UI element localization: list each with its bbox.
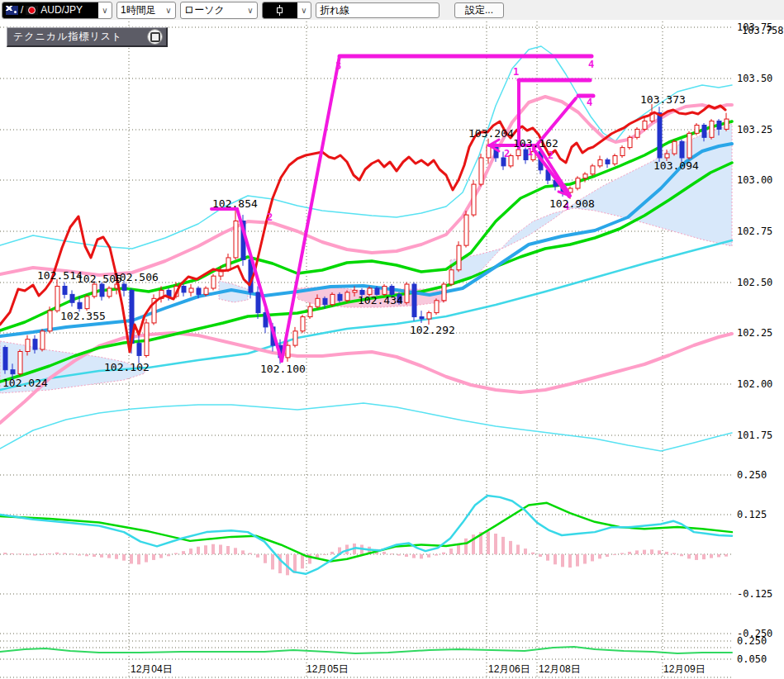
svg-text:0.250: 0.250 [737, 469, 767, 481]
technical-indicator-list-panel[interactable]: テクニカル指標リスト [7, 27, 168, 47]
svg-text:101.75: 101.75 [737, 430, 772, 441]
svg-text:103.00: 103.00 [737, 174, 772, 186]
svg-text:102.25: 102.25 [737, 327, 772, 339]
chart-canvas[interactable]: 234142124102.024102.514102.505102.506102… [0, 0, 784, 679]
restore-window-icon[interactable] [147, 29, 163, 45]
svg-text:0.050: 0.050 [737, 653, 767, 665]
session-high-label: 103.758 [742, 25, 784, 36]
svg-text:102.00: 102.00 [737, 378, 772, 390]
svg-text:0.250: 0.250 [737, 635, 767, 647]
svg-text:103.25: 103.25 [737, 124, 772, 135]
svg-text:102.50: 102.50 [737, 277, 772, 288]
svg-text:0.125: 0.125 [737, 509, 767, 520]
svg-text:102.75: 102.75 [737, 226, 772, 237]
svg-text:-0.125: -0.125 [737, 588, 772, 600]
trading-app-window: / AUD/JPY ∨ 1時間足 ∨ ローソク ∨ ∨ 設定... [0, 0, 784, 679]
indicator-panel-title: テクニカル指標リスト [13, 30, 122, 44]
restore-square-glyph [150, 32, 160, 42]
chart-plot-area[interactable] [0, 21, 734, 677]
svg-text:103.50: 103.50 [737, 73, 772, 84]
price-axis-labels-layer: 103.75103.50103.25103.00102.75102.50102.… [737, 21, 784, 665]
